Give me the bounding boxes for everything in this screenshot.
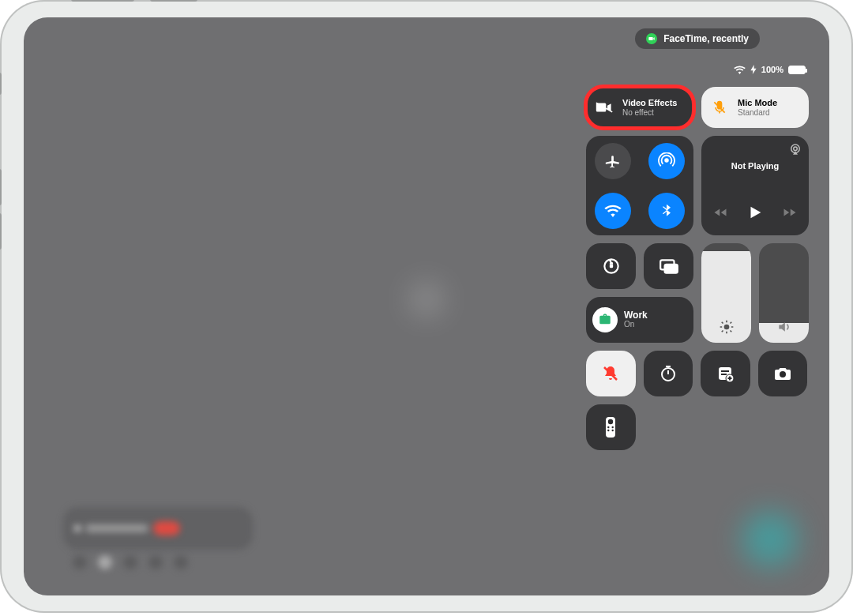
mic-mode-title: Mic Mode (738, 98, 777, 107)
airplane-mode-toggle[interactable] (595, 143, 631, 179)
note-add-icon (716, 364, 735, 383)
hw-side-button (0, 169, 2, 205)
mic-slash-icon (709, 97, 730, 118)
apple-tv-remote-icon (605, 416, 616, 438)
facetime-overlay-blurred (63, 507, 253, 550)
active-app-pill[interactable]: FaceTime, recently (635, 28, 760, 49)
next-track-button[interactable] (783, 205, 797, 220)
backward-icon (713, 205, 727, 220)
speaker-icon (759, 319, 809, 335)
quick-note-button[interactable] (701, 351, 750, 396)
briefcase-icon (592, 307, 618, 332)
charging-bolt-icon (750, 65, 757, 74)
play-button[interactable] (746, 204, 764, 221)
svg-point-10 (723, 325, 729, 330)
svg-line-16 (730, 331, 731, 332)
video-camera-slash-icon (594, 97, 614, 118)
facetime-overlay-blurred-controls (63, 553, 253, 572)
airdrop-toggle[interactable] (648, 143, 685, 179)
wifi-icon (734, 66, 746, 74)
active-app-label: FaceTime, recently (663, 33, 749, 44)
screen-mirroring-button[interactable] (644, 243, 693, 289)
timer-icon (659, 364, 678, 383)
svg-point-31 (608, 419, 613, 424)
screen-mirroring-icon (659, 257, 679, 275)
forward-icon (783, 205, 797, 220)
svg-line-17 (721, 331, 723, 332)
volume-slider[interactable] (759, 243, 809, 343)
mic-mode-subtitle: Standard (738, 108, 777, 117)
bluetooth-toggle[interactable] (648, 193, 685, 229)
svg-point-3 (665, 159, 668, 162)
hw-side-button (0, 213, 2, 250)
play-icon (746, 204, 764, 221)
svg-point-32 (607, 426, 609, 428)
bg-blur-spot (742, 512, 798, 567)
airplane-icon (604, 152, 622, 170)
hw-power-button (150, 0, 197, 2)
connectivity-group[interactable] (586, 136, 693, 235)
battery-percent-label: 100% (761, 65, 783, 74)
apple-tv-remote-button[interactable] (586, 404, 636, 450)
focus-button[interactable]: Work On (586, 297, 693, 343)
brightness-slider[interactable] (701, 243, 751, 343)
airdrop-icon (658, 152, 675, 170)
svg-point-29 (780, 371, 786, 377)
bg-blur-spot (411, 284, 442, 315)
battery-icon (788, 66, 806, 74)
svg-rect-9 (664, 265, 677, 273)
bell-slash-icon (601, 364, 620, 383)
mic-mode-button[interactable]: Mic Mode Standard (701, 87, 809, 128)
video-effects-button[interactable]: Video Effects No effect (586, 87, 693, 128)
status-bar-right: 100% (734, 65, 806, 74)
camera-button[interactable] (758, 351, 808, 396)
svg-line-18 (730, 322, 731, 324)
svg-point-33 (612, 426, 614, 428)
airplay-icon[interactable] (788, 142, 802, 156)
ipad-frame: FaceTime, recently 100% (0, 0, 853, 613)
bluetooth-icon (659, 203, 675, 219)
wifi-toggle[interactable] (595, 193, 631, 229)
svg-line-15 (721, 322, 723, 324)
wifi-icon (604, 205, 622, 217)
timer-button[interactable] (644, 351, 693, 396)
svg-point-34 (607, 430, 609, 431)
video-effects-title: Video Effects (622, 98, 678, 107)
video-effects-subtitle: No effect (622, 108, 678, 117)
camera-icon (773, 366, 792, 381)
control-center: Video Effects No effect Mic Mode Standar… (586, 87, 809, 450)
screen: FaceTime, recently 100% (24, 17, 829, 595)
svg-point-5 (794, 147, 798, 151)
media-controls-group[interactable]: Not Playing (701, 136, 809, 235)
silent-mode-toggle[interactable] (586, 351, 636, 396)
facetime-active-icon (646, 33, 657, 44)
hw-volume-button (71, 0, 134, 2)
sun-icon (701, 319, 751, 335)
now-playing-label: Not Playing (708, 161, 802, 171)
rotation-lock-icon (601, 256, 622, 276)
hw-side-button (0, 73, 2, 95)
svg-rect-7 (609, 265, 612, 268)
previous-track-button[interactable] (713, 205, 727, 220)
orientation-lock-toggle[interactable] (586, 243, 636, 289)
svg-point-35 (612, 430, 614, 431)
focus-subtitle: On (624, 321, 648, 329)
